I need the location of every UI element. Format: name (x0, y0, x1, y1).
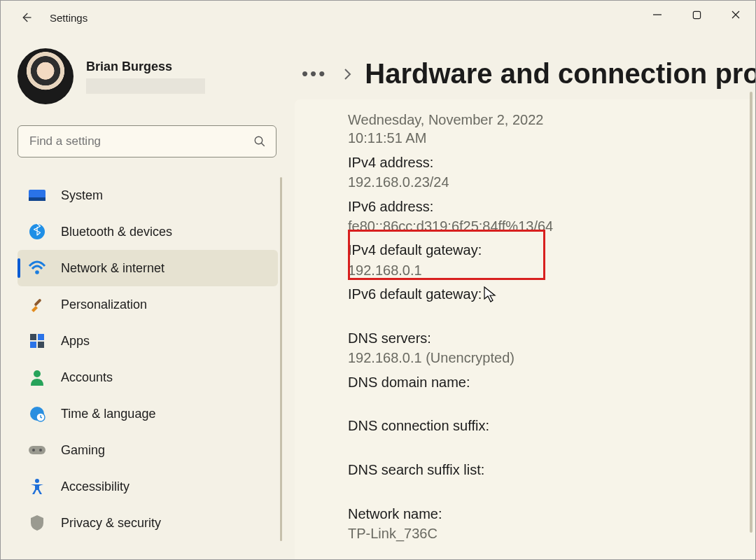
ipv4-address-label: IPv4 address: (348, 153, 755, 172)
chevron-right-icon (342, 67, 352, 81)
content-scrollbar[interactable] (750, 92, 752, 533)
dns-servers-value: 192.168.0.1 (Unencrypted) (348, 349, 755, 367)
svg-rect-10 (34, 298, 41, 306)
dns-domain-value (348, 393, 755, 411)
globe-clock-icon (27, 404, 47, 424)
detail-timestamp-date: Wednesday, November 2, 2022 (348, 111, 755, 129)
sidebar-item-apps[interactable]: Apps (18, 323, 278, 359)
system-icon (27, 186, 47, 205)
ipv6-address-label: IPv6 address: (348, 197, 755, 216)
paintbrush-icon (27, 295, 47, 314)
ipv6-gateway-label: IPv6 default gateway: (348, 285, 755, 303)
sidebar-item-bluetooth[interactable]: Bluetooth & devices (18, 214, 278, 250)
breadcrumb-overflow-button[interactable]: ••• (299, 63, 330, 85)
svg-point-21 (39, 449, 42, 451)
svg-rect-13 (30, 342, 36, 348)
sidebar-item-accessibility[interactable]: Accessibility (18, 468, 278, 505)
sidebar-item-time-language[interactable]: Time & language (18, 396, 278, 432)
ipv6-address-value: fe80::86cc:d319:6f25:84ff%13/64 (348, 217, 755, 235)
ipv4-address-value: 192.168.0.23/24 (348, 173, 755, 191)
search-box[interactable] (18, 125, 276, 158)
sidebar-item-personalization[interactable]: Personalization (18, 286, 278, 323)
minimize-icon (652, 10, 662, 20)
back-button[interactable] (15, 6, 37, 29)
sidebar-item-label: Network & internet (61, 261, 164, 276)
sidebar-item-accounts[interactable]: Accounts (18, 359, 278, 396)
svg-point-15 (34, 370, 41, 377)
wifi-icon (27, 258, 47, 278)
dns-conn-suffix-value (348, 437, 755, 455)
svg-point-9 (35, 270, 39, 274)
svg-point-4 (255, 136, 262, 144)
ipv6-gateway-value (348, 305, 755, 323)
ipv4-gateway-value: 192.168.0.1 (348, 261, 755, 279)
svg-line-5 (261, 143, 265, 146)
dns-domain-label: DNS domain name: (348, 373, 755, 391)
sidebar-item-label: Bluetooth & devices (61, 225, 172, 239)
maximize-button[interactable] (677, 1, 716, 29)
close-icon (731, 10, 741, 20)
maximize-icon (692, 10, 701, 20)
app-title: Settings (50, 12, 88, 24)
shield-icon (27, 513, 47, 533)
ipv4-gateway-label: IPv4 default gateway: (348, 241, 755, 259)
user-name: Brian Burgess (86, 59, 205, 74)
sidebar-item-label: Accounts (61, 370, 113, 385)
sidebar-item-label: Gaming (61, 443, 105, 458)
svg-rect-7 (29, 197, 46, 201)
dns-search-suffix-label: DNS search suffix list: (348, 461, 755, 479)
bluetooth-icon (27, 222, 47, 241)
dns-conn-suffix-label: DNS connection suffix: (348, 416, 755, 435)
apps-icon (27, 331, 47, 351)
sidebar-scrollbar[interactable] (280, 177, 282, 541)
dns-search-suffix-value (348, 481, 755, 499)
svg-rect-11 (30, 334, 36, 340)
page-title: Hardware and connection pro (365, 58, 755, 90)
svg-rect-14 (38, 342, 44, 348)
avatar[interactable] (18, 48, 74, 104)
svg-rect-1 (693, 11, 700, 18)
sidebar-item-label: System (61, 188, 103, 203)
search-input[interactable] (28, 134, 253, 149)
svg-rect-12 (38, 334, 44, 340)
sidebar-item-label: Apps (61, 334, 90, 349)
accessibility-icon (27, 477, 47, 496)
network-name-value: TP-Link_736C (348, 524, 755, 542)
network-name-label: Network name: (348, 505, 755, 523)
svg-point-22 (35, 479, 39, 483)
arrow-left-icon (20, 11, 32, 24)
sidebar-item-label: Privacy & security (61, 516, 161, 531)
search-icon (253, 135, 266, 148)
sidebar-item-label: Personalization (61, 298, 147, 312)
user-email-redacted (86, 78, 205, 94)
sidebar-item-system[interactable]: System (18, 177, 278, 214)
sidebar-item-label: Accessibility (61, 479, 130, 494)
sidebar-item-label: Time & language (61, 407, 155, 421)
svg-rect-19 (29, 446, 46, 454)
detail-timestamp-time: 10:11:51 AM (348, 129, 755, 147)
svg-point-20 (32, 449, 35, 451)
dns-servers-label: DNS servers: (348, 329, 755, 347)
gamepad-icon (27, 440, 47, 460)
sidebar-item-privacy[interactable]: Privacy & security (18, 505, 278, 541)
sidebar-item-gaming[interactable]: Gaming (18, 432, 278, 468)
close-button[interactable] (716, 1, 755, 29)
details-panel: Wednesday, November 2, 2022 10:11:51 AM … (295, 99, 755, 560)
minimize-button[interactable] (638, 1, 677, 29)
sidebar-item-network[interactable]: Network & internet (18, 250, 278, 286)
person-icon (27, 368, 47, 387)
